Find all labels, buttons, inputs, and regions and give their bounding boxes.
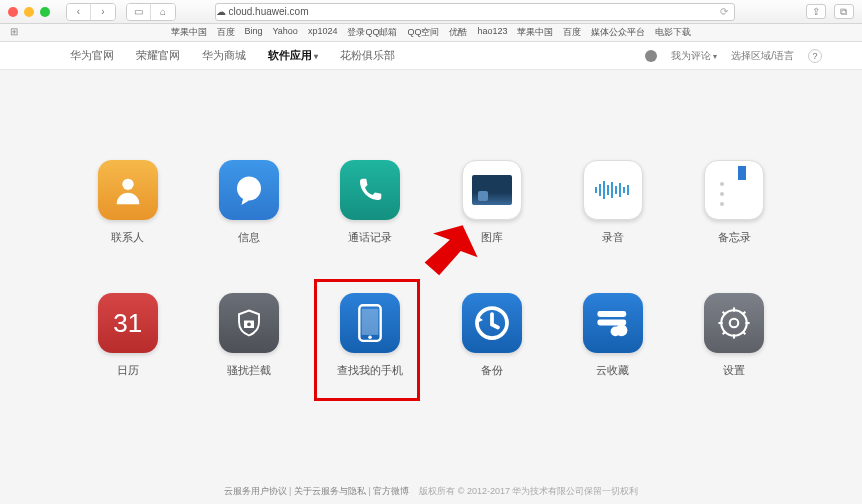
svg-point-14 [369, 335, 373, 339]
bookmarks-bar: ⊞ 苹果中国百度BingYahooxp1024登录QQ邮箱QQ空间优酷hao12… [0, 24, 862, 42]
nav-item[interactable]: 华为官网 [70, 48, 114, 63]
nav-item[interactable]: 花粉俱乐部 [340, 48, 395, 63]
bookmark-item[interactable]: QQ空间 [407, 26, 439, 39]
app-label: 日历 [117, 363, 139, 378]
app-label: 信息 [238, 230, 260, 245]
app-find[interactable]: 查找我的手机 [337, 293, 403, 378]
toolbar-right: ⇪ ⧉ [806, 4, 854, 19]
app-notes[interactable]: 备忘录 [704, 160, 764, 245]
bookmark-item[interactable]: 登录QQ邮箱 [347, 26, 397, 39]
cal-icon: 31 [98, 293, 158, 353]
url-text: ☁ cloud.huawei.com [216, 6, 309, 17]
region-link[interactable]: 选择区域/语言 [731, 49, 794, 63]
app-settings[interactable]: 设置 [704, 293, 764, 378]
nav-back-forward[interactable]: ‹ › [66, 3, 116, 21]
reload-icon[interactable]: ⟳ [720, 6, 728, 17]
svg-rect-13 [362, 309, 379, 335]
nav-links: 华为官网荣耀官网华为商城软件应用▾花粉俱乐部 [70, 48, 395, 63]
call-icon [340, 160, 400, 220]
block-icon [219, 293, 279, 353]
url-bar[interactable]: ☁ cloud.huawei.com ⟳ [215, 3, 735, 21]
help-icon[interactable]: ? [808, 49, 822, 63]
page-footer: 云服务用户协议 | 关于云服务与隐私 | 官方微博 版权所有 © 2012-20… [0, 485, 862, 498]
toolbar-group[interactable]: ▭ ⌂ [126, 3, 176, 21]
svg-rect-6 [611, 182, 613, 198]
gallery-icon [462, 160, 522, 220]
bookmark-item[interactable]: Bing [245, 26, 263, 39]
nav-item[interactable]: 华为商城 [202, 48, 246, 63]
maximize-icon[interactable] [40, 7, 50, 17]
bookmark-item[interactable]: Yahoo [273, 26, 298, 39]
app-gallery[interactable]: 图库 [462, 160, 522, 245]
app-record[interactable]: 录音 [583, 160, 643, 245]
svg-rect-7 [615, 186, 617, 194]
close-icon[interactable] [8, 7, 18, 17]
cloud-icon [583, 293, 643, 353]
record-icon [583, 160, 643, 220]
bookmark-item[interactable]: hao123 [477, 26, 507, 39]
svg-point-21 [730, 319, 739, 328]
bookmark-item[interactable]: 优酷 [449, 26, 467, 39]
forward-icon[interactable]: › [91, 4, 115, 20]
svg-line-26 [723, 312, 726, 315]
svg-line-27 [743, 332, 746, 335]
browser-titlebar: ‹ › ▭ ⌂ ☁ cloud.huawei.com ⟳ ⇪ ⧉ [0, 0, 862, 24]
app-label: 骚扰拦截 [227, 363, 271, 378]
bookmark-item[interactable]: 百度 [563, 26, 581, 39]
bookmark-item[interactable]: 苹果中国 [517, 26, 553, 39]
svg-rect-3 [599, 184, 601, 196]
back-icon[interactable]: ‹ [67, 4, 91, 20]
svg-rect-8 [619, 183, 621, 197]
svg-rect-5 [607, 185, 609, 195]
nav-item[interactable]: 荣耀官网 [136, 48, 180, 63]
svg-rect-4 [603, 181, 605, 199]
bookmark-item[interactable]: 电影下载 [655, 26, 691, 39]
app-label: 录音 [602, 230, 624, 245]
app-block[interactable]: 骚扰拦截 [219, 293, 279, 378]
minimize-icon[interactable] [24, 7, 34, 17]
svg-rect-9 [623, 187, 625, 193]
find-icon [340, 293, 400, 353]
svg-line-28 [723, 332, 726, 335]
app-label: 备份 [481, 363, 503, 378]
app-backup[interactable]: 备份 [462, 293, 522, 378]
sidebar-icon[interactable]: ▭ [127, 4, 151, 20]
window-controls [8, 7, 50, 17]
svg-point-11 [247, 322, 251, 326]
nav-item[interactable]: 软件应用▾ [268, 48, 318, 63]
svg-point-1 [237, 177, 261, 201]
grid-icon[interactable]: ⊞ [10, 26, 18, 37]
app-label: 通话记录 [348, 230, 392, 245]
user-menu[interactable]: 我为评论▾ [671, 49, 717, 63]
app-contacts[interactable]: 联系人 [98, 160, 158, 245]
tabs-icon[interactable]: ⧉ [834, 4, 854, 19]
svg-rect-10 [627, 185, 629, 195]
footer-link[interactable]: 官方微博 [373, 486, 409, 496]
app-label: 备忘录 [718, 230, 751, 245]
share-icon[interactable]: ⇪ [806, 4, 826, 19]
header-right: 我为评论▾ 选择区域/语言 ? [645, 49, 822, 63]
app-content: 联系人信息通话记录图库录音备忘录31日历骚扰拦截查找我的手机备份云收藏设置 [0, 70, 862, 398]
svg-line-29 [743, 312, 746, 315]
bookmark-item[interactable]: 苹果中国 [171, 26, 207, 39]
notes-icon [704, 160, 764, 220]
app-call[interactable]: 通话记录 [340, 160, 400, 245]
bookmark-item[interactable]: 媒体公众平台 [591, 26, 645, 39]
home-icon[interactable]: ⌂ [151, 4, 175, 20]
svg-rect-16 [597, 311, 626, 317]
app-label: 图库 [481, 230, 503, 245]
footer-link[interactable]: 关于云服务与隐私 [294, 486, 366, 496]
app-msg[interactable]: 信息 [219, 160, 279, 245]
app-label: 查找我的手机 [337, 363, 403, 378]
app-label: 设置 [723, 363, 745, 378]
app-cloud[interactable]: 云收藏 [583, 293, 643, 378]
bookmark-item[interactable]: 百度 [217, 26, 235, 39]
app-label: 联系人 [111, 230, 144, 245]
avatar[interactable] [645, 50, 657, 62]
app-cal[interactable]: 31日历 [98, 293, 158, 378]
svg-point-19 [611, 327, 621, 337]
footer-link[interactable]: 云服务用户协议 [224, 486, 287, 496]
svg-rect-2 [595, 187, 597, 193]
settings-icon [704, 293, 764, 353]
bookmark-item[interactable]: xp1024 [308, 26, 338, 39]
